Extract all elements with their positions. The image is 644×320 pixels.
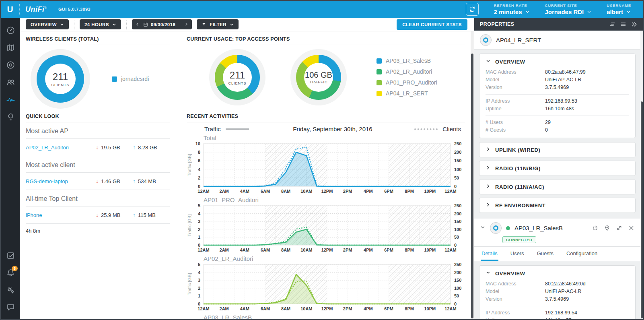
sidebar-item-chat[interactable]	[1, 299, 20, 316]
property-row: # Users29	[486, 119, 629, 126]
power-icon	[592, 225, 599, 231]
top-access-points-section: CURRENT USAGE: TOP ACCESS POINTS 211 CLI…	[187, 36, 465, 111]
svg-text:8PM: 8PM	[405, 306, 414, 311]
svg-text:12AM: 12AM	[444, 306, 456, 311]
date-value[interactable]: 09/30/2016	[148, 22, 181, 27]
sidebar-item-clients[interactable]	[1, 74, 20, 91]
settings-icon	[6, 285, 15, 295]
properties-body: AP04_LR_SERTOVERVIEWMAC Address80:2a:a8:…	[474, 31, 643, 319]
legend-swatch	[377, 80, 382, 85]
properties-scrollbar[interactable]	[640, 31, 643, 319]
expand-panel-button[interactable]	[616, 225, 623, 231]
refresh-button[interactable]	[466, 3, 479, 16]
svg-text:8AM: 8AM	[281, 306, 290, 311]
svg-text:100: 100	[454, 167, 461, 172]
recent-activities-title: RECENT ACTIVITIES	[187, 114, 465, 122]
sidebar-item-map[interactable]	[1, 39, 20, 56]
collapsed-section-radio-11n-a-ac-[interactable]: RADIO (11N/A/AC)	[479, 179, 636, 194]
dashboard-icon	[6, 26, 15, 35]
svg-text:8AM: 8AM	[281, 189, 290, 194]
username-dropdown[interactable]: USERNAME albert	[607, 3, 631, 15]
device-header-AP03_LR_SalesB[interactable]: AP03_LR_SalesBCONNECTED	[474, 219, 640, 247]
svg-text:10AM: 10AM	[300, 306, 312, 311]
sidebar-item-insights[interactable]	[1, 108, 20, 126]
collapsed-section-rf-environment[interactable]: RF ENVIRONMENT	[479, 198, 636, 213]
svg-text:2: 2	[198, 286, 200, 291]
device-name: AP04_LR_SERT	[496, 37, 541, 43]
client-link[interactable]: iPhone	[26, 212, 96, 218]
close-panel-button[interactable]	[628, 225, 635, 231]
restart-device-button[interactable]	[592, 225, 599, 231]
time-range-dropdown[interactable]: 24 HOURS	[80, 19, 121, 29]
properties-scrollbar-thumb[interactable]	[641, 101, 643, 318]
current-site-dropdown[interactable]: CURRENT SITE Jornades RDI	[545, 3, 592, 15]
svg-text:10: 10	[195, 141, 200, 146]
clients-icon	[6, 78, 15, 87]
locate-device-button[interactable]	[604, 225, 611, 231]
collapsed-section-uplink-wired-[interactable]: UPLINK (WIRED)	[479, 142, 636, 157]
main-area: OVERVIEW 24 HOURS 09/30/2016 FILTER CLEA…	[20, 18, 474, 319]
refresh-icon	[469, 6, 476, 13]
main-scrollbar[interactable]	[471, 31, 474, 319]
menu-icon[interactable]	[620, 21, 627, 28]
chevron-down-icon	[480, 225, 486, 230]
svg-text:10AM: 10AM	[300, 189, 312, 194]
client-link[interactable]: RGS-demo-laptop	[26, 178, 96, 184]
chart-title-ap01_pro_auditori: AP01_PRO_Auditori	[204, 196, 465, 203]
overview-card-header[interactable]: OVERVIEW	[486, 270, 629, 277]
wireless-clients-donut-chart: 211 CLIENTS	[37, 55, 84, 103]
view-dropdown[interactable]: OVERVIEW	[26, 19, 69, 29]
svg-text:0: 0	[454, 243, 457, 248]
dashboard-content: WIRELESS CLIENTS (TOTAL) 211 CLIENTS	[20, 31, 474, 319]
filter-button[interactable]: FILTER	[197, 19, 239, 29]
download-arrow-icon: ↓	[96, 212, 99, 218]
ap-link[interactable]: AP02_LR_Auditori	[26, 145, 96, 151]
svg-text:50: 50	[454, 175, 459, 180]
sidebar-item-dashboard[interactable]	[1, 22, 20, 39]
collapsed-section-radio-11n-b-g-[interactable]: RADIO (11N/B/G)	[479, 161, 636, 176]
svg-text:0: 0	[198, 184, 200, 189]
svg-text:6: 6	[198, 158, 200, 163]
overview-card-header[interactable]: OVERVIEW	[486, 58, 629, 65]
sidebar-item-alerts[interactable]: 8	[1, 264, 20, 281]
quick-look-heading: Most active client	[26, 156, 170, 173]
sidebar-item-devices[interactable]	[1, 56, 20, 74]
download-arrow-icon: ↓	[96, 144, 99, 151]
alerts-badge: 8	[12, 266, 18, 271]
unifi-logo-text: UniFi®	[25, 5, 47, 14]
prev-day-button[interactable]	[132, 19, 143, 29]
sidebar-item-events[interactable]	[1, 247, 20, 264]
gui-version: GUI 5.0.7.3093	[58, 7, 91, 12]
collapse-panel-icon[interactable]	[631, 21, 638, 28]
sidebar-item-statistics[interactable]	[1, 91, 20, 108]
status-badge: CONNECTED	[502, 236, 536, 243]
tab-guests[interactable]: Guests	[536, 247, 554, 261]
upload-arrow-icon: ↑	[133, 178, 136, 184]
chart-title-ap03_lr_salesb: AP03_LR_SalesB	[204, 314, 465, 319]
svg-text:Traffic [GB]: Traffic [GB]	[187, 273, 192, 295]
devices-icon	[6, 60, 15, 70]
chevron-down-icon	[626, 10, 631, 14]
expand-icon	[616, 225, 623, 231]
svg-text:12PM: 12PM	[321, 306, 333, 311]
svg-text:Traffic [GB]: Traffic [GB]	[187, 214, 192, 236]
device-header-AP04_LR_SERT[interactable]: AP04_LR_SERT	[474, 31, 640, 50]
svg-text:12AM: 12AM	[444, 189, 456, 194]
svg-text:5: 5	[198, 203, 200, 208]
svg-text:Traffic [GB]: Traffic [GB]	[187, 154, 192, 176]
clear-current-stats-button[interactable]: CLEAR CURRENT STATS	[397, 19, 467, 30]
refresh-rate-dropdown[interactable]: REFRESH RATE 2 minutes	[494, 3, 530, 15]
svg-text:10PM: 10PM	[424, 189, 436, 194]
next-day-button[interactable]	[181, 19, 192, 29]
svg-text:2: 2	[198, 175, 200, 180]
property-row: ModelUniFi AP-AC-LR	[486, 288, 629, 295]
chart-legend: Traffic Friday, September 30th, 2016 Cli…	[187, 122, 465, 133]
tab-details[interactable]: Details	[481, 247, 498, 261]
svg-text:2AM: 2AM	[220, 189, 229, 194]
sidebar-item-settings[interactable]	[1, 281, 20, 299]
main-scrollbar-thumb[interactable]	[471, 54, 473, 318]
svg-text:10PM: 10PM	[424, 306, 436, 311]
tab-users[interactable]: Users	[510, 247, 525, 261]
collapse-all-icon[interactable]	[609, 21, 616, 28]
tab-configuration[interactable]: Configuration	[566, 247, 598, 261]
